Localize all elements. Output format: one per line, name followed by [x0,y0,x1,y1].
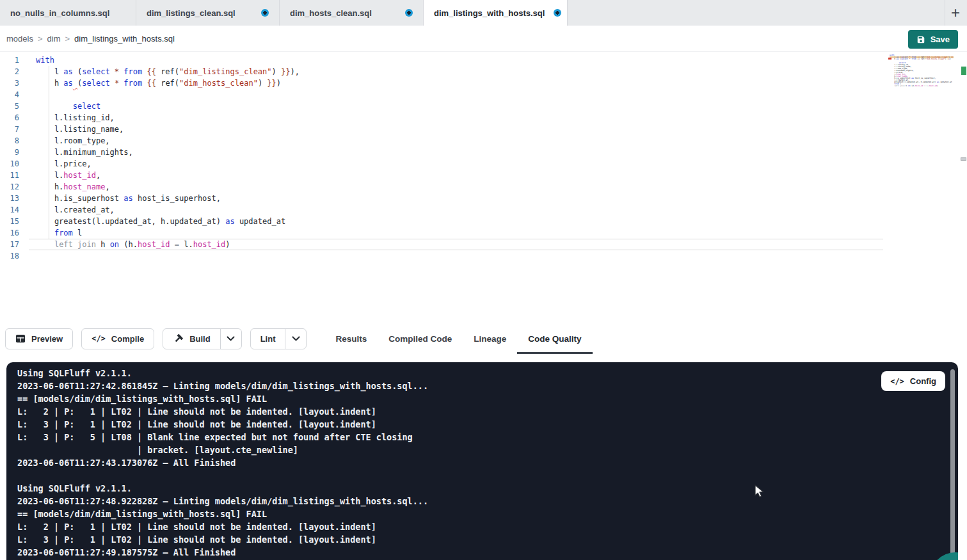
code-line: h.host_name, [36,181,300,193]
file-tab-label: no_nulls_in_columns.sql [10,8,109,18]
breadcrumb-segment: dim [47,34,61,44]
line-number: 16 [0,227,19,239]
lint-button[interactable]: Lint [251,329,285,349]
code-token: host_id [915,85,923,87]
terminal-line: 2023-06-06T11:27:48.922828Z — Linting mo… [17,495,428,508]
compile-button[interactable]: </> Compile [81,328,154,349]
code-token: l.listing_id, [36,113,115,122]
code-line [36,89,300,100]
code-token: select [901,58,908,60]
code-token: from [124,67,142,76]
code-token: (h. [119,240,138,249]
code-token: ) [276,79,281,88]
panel-tab-compiled-code[interactable]: Compiled Code [378,323,463,354]
build-button-group: Build [163,328,242,349]
hammer-icon [173,333,184,344]
code-token: * [115,67,119,76]
code-token: l [73,228,82,237]
chevron-down-icon [292,336,300,341]
code-token: ref( [920,58,925,60]
code-token: "dim_hosts_clean" [925,58,945,60]
code-token: = [175,240,179,249]
code-token: l.minimum_nights, [36,148,133,157]
line-number: 12 [0,181,19,193]
file-tab[interactable]: dim_hosts_clean.sql [280,0,424,26]
terminal-line: L: 3 | P: 5 | LT08 | Blank line expected… [17,431,428,444]
code-line: greatest(l.updated_at, h.updated_at) as … [36,216,300,227]
terminal-line [17,469,428,482]
terminal-line: Using SQLFluff v2.1.1. [17,367,428,380]
code-token: select [82,67,109,76]
file-tab[interactable]: no_nulls_in_columns.sql [0,0,136,26]
code-token: on [110,240,119,249]
code-token: h [96,240,110,249]
editor-minimap[interactable]: with l as (select * from {{ ref("dim_lis… [890,54,954,89]
terminal-line: | bracket. [layout.cte_newline] [17,444,428,456]
code-token: l.listing_name, [36,125,124,134]
code-token: host_id [138,240,170,249]
code-editor[interactable]: 123456789101112131415161718 with l as (s… [0,52,967,323]
code-token: l.created_at, [36,205,115,214]
code-token: as [124,194,132,203]
line-number: 8 [0,135,19,147]
code-line: with [36,54,300,66]
code-token: as [63,79,72,88]
code-token: {{ [147,79,156,88]
code-token: host_name [63,182,105,191]
code-token: left join [54,240,96,249]
file-tab[interactable]: dim_listings_clean.sql [136,0,280,26]
panel-tab-results[interactable]: Results [324,323,378,354]
line-number: 18 [0,250,19,262]
panel-tab-code-quality[interactable]: Code Quality [517,323,592,354]
config-button-label: Config [910,376,936,386]
code-token: host_is_superhost, [133,194,221,203]
terminal-line: Using SQLFluff v2.1.1. [17,482,428,495]
code-token [36,228,54,237]
code-token: l.price, [36,159,92,168]
file-tab-label: dim_hosts_clean.sql [290,8,372,18]
new-tab-button[interactable]: + [947,2,964,24]
panel-tab-label: Code Quality [528,334,581,344]
panel-tab-label: Lineage [474,334,506,344]
code-token: l [36,67,63,76]
file-tab[interactable]: dim_listings_with_hosts.sql [424,0,568,26]
line-number: 14 [0,204,19,216]
code-token [110,79,115,88]
line-number: 4 [0,89,19,100]
code-token: ) [937,85,938,87]
terminal-line: 2023-06-06T11:27:43.173076Z — All Finish… [17,456,428,469]
build-dropdown-button[interactable] [220,329,241,349]
code-token: h. [36,182,63,191]
help-chat-bubble-button[interactable] [930,552,958,560]
code-token: l. [36,171,63,180]
code-token: l.room_type, [36,136,110,145]
minimap-line [890,87,954,89]
tab-bar-tabs: no_nulls_in_columns.sqldim_listings_clea… [0,0,568,26]
compile-button-label: Compile [111,334,144,344]
terminal-scrollbar-thumb[interactable] [950,369,955,555]
panel-tab-lineage[interactable]: Lineage [463,323,517,354]
code-lines: with l as (select * from {{ ref("dim_lis… [36,54,300,262]
code-token: select [82,79,109,88]
lint-dropdown-button[interactable] [285,329,306,349]
code-token: from [911,58,916,60]
code-line: from l [36,227,300,239]
terminal-output: Using SQLFluff v2.1.1.2023-06-06T11:27:4… [17,367,428,559]
table-icon [15,334,26,343]
code-token: host_id [929,85,937,87]
code-token: select [73,102,100,111]
code-token: l. [179,240,193,249]
preview-button[interactable]: Preview [5,328,73,349]
preview-button-label: Preview [31,334,63,344]
terminal-line: L: 3 | P: 1 | LT02 | Line should not be … [17,418,428,431]
code-token: host_id [193,240,226,249]
code-line: h.is_superhost as host_is_superhost, [36,193,300,204]
editor-scrollbar-thumb[interactable] [961,157,966,161]
code-token [36,240,54,249]
build-button[interactable]: Build [163,329,220,349]
save-button[interactable]: Save [908,30,958,49]
code-line: l.created_at, [36,204,300,216]
code-token: "dim_hosts_clean" [179,79,258,88]
config-button[interactable]: </> Config [881,371,945,391]
code-token: ), [953,56,954,58]
